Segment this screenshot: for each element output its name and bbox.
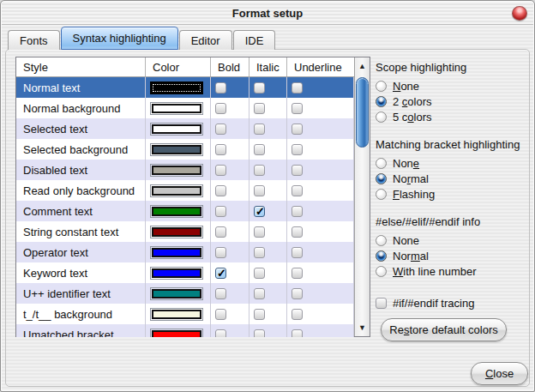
bold-checkbox[interactable] (215, 268, 226, 279)
column-header-italic[interactable]: Italic (249, 57, 287, 76)
radio-option[interactable]: With line number (376, 263, 534, 279)
scrollbar-thumb[interactable] (356, 77, 369, 148)
underline-checkbox[interactable] (292, 268, 303, 279)
table-row[interactable]: Operator text (16, 242, 354, 262)
bold-checkbox[interactable] (215, 82, 226, 93)
bold-checkbox[interactable] (215, 124, 226, 135)
window-close-icon[interactable] (512, 6, 527, 21)
underline-checkbox[interactable] (292, 124, 303, 135)
bold-checkbox[interactable] (215, 329, 226, 338)
bold-checkbox[interactable] (215, 185, 226, 196)
color-swatch[interactable] (150, 164, 203, 177)
radio-option[interactable]: 2 colors (376, 93, 534, 109)
underline-checkbox[interactable] (292, 165, 303, 176)
radio-icon[interactable] (376, 266, 387, 277)
table-row[interactable]: String constant text (16, 221, 354, 242)
bold-checkbox[interactable] (215, 103, 226, 114)
table-row[interactable]: Selected background (16, 139, 354, 160)
bold-checkbox[interactable] (215, 288, 226, 299)
underline-checkbox[interactable] (292, 247, 303, 258)
tab-syntax-highlighting[interactable]: Syntax highlighting (61, 27, 178, 50)
color-swatch[interactable] (150, 267, 203, 280)
underline-checkbox[interactable] (292, 82, 303, 93)
radio-option[interactable]: 5 colors (376, 109, 534, 124)
radio-icon[interactable] (376, 158, 387, 169)
italic-checkbox[interactable] (254, 185, 265, 196)
table-row[interactable]: Selected text (16, 118, 354, 139)
table-row[interactable]: Disabled text (16, 160, 354, 180)
underline-checkbox[interactable] (292, 288, 303, 299)
titlebar[interactable]: Format setup (2, 2, 533, 25)
italic-checkbox[interactable] (254, 144, 265, 155)
underline-checkbox[interactable] (292, 329, 303, 338)
bold-checkbox[interactable] (215, 226, 226, 238)
restore-default-colors-button[interactable]: Restore default colors (381, 318, 507, 341)
column-header-bold[interactable]: Bold (211, 57, 249, 76)
radio-icon[interactable] (376, 173, 387, 184)
table-row[interactable]: Read only background (16, 180, 354, 201)
underline-checkbox[interactable] (292, 206, 303, 217)
if-endif-tracing-option[interactable]: #if/#endif tracing (376, 295, 534, 311)
color-swatch[interactable] (150, 308, 203, 321)
bold-checkbox[interactable] (215, 165, 226, 176)
bold-checkbox[interactable] (215, 144, 226, 155)
tab-fonts[interactable]: Fonts (8, 30, 60, 50)
italic-checkbox[interactable] (254, 124, 265, 135)
scroll-up-icon[interactable]: ▲ (355, 57, 370, 75)
scroll-down-icon[interactable]: ▼ (355, 319, 370, 336)
column-header-style[interactable]: Style (16, 57, 146, 76)
radio-icon[interactable] (376, 250, 387, 262)
italic-checkbox[interactable] (254, 82, 265, 93)
table-row[interactable]: t_/t__ background (16, 304, 354, 324)
italic-checkbox[interactable] (254, 247, 265, 258)
bold-checkbox[interactable] (215, 247, 226, 258)
table-scrollbar[interactable]: ▲ ▼ (354, 57, 370, 336)
bold-checkbox[interactable] (215, 309, 226, 320)
radio-option[interactable]: None (376, 155, 534, 171)
table-row[interactable]: Umatched bracket (16, 324, 354, 337)
underline-checkbox[interactable] (292, 185, 303, 196)
bold-checkbox[interactable] (215, 206, 226, 217)
radio-option[interactable]: Normal (376, 171, 534, 186)
radio-option[interactable]: Normal (376, 248, 534, 263)
color-swatch[interactable] (150, 226, 203, 238)
tab-ide[interactable]: IDE (233, 30, 276, 50)
italic-checkbox[interactable] (254, 103, 265, 114)
italic-checkbox[interactable] (254, 329, 265, 338)
underline-checkbox[interactable] (292, 144, 303, 155)
tab-editor[interactable]: Editor (179, 30, 232, 50)
column-header-underline[interactable]: Underline (287, 57, 354, 76)
radio-option[interactable]: None (376, 78, 534, 93)
color-swatch[interactable] (150, 123, 203, 136)
column-header-color[interactable]: Color (146, 57, 211, 76)
underline-checkbox[interactable] (292, 103, 303, 114)
radio-option[interactable]: Flashing (376, 186, 534, 202)
radio-icon[interactable] (376, 81, 387, 92)
radio-icon[interactable] (376, 189, 387, 200)
color-swatch[interactable] (150, 184, 203, 197)
color-swatch[interactable] (150, 143, 203, 156)
color-swatch[interactable] (150, 81, 203, 94)
table-row[interactable]: Normal text (16, 77, 354, 98)
italic-checkbox[interactable] (254, 206, 265, 217)
color-swatch[interactable] (150, 205, 203, 218)
table-row[interactable]: Comment text (16, 201, 354, 221)
underline-checkbox[interactable] (292, 309, 303, 320)
color-swatch[interactable] (150, 246, 203, 259)
tracing-checkbox[interactable] (376, 298, 387, 309)
color-swatch[interactable] (150, 102, 203, 115)
close-button[interactable]: Close (471, 362, 528, 385)
italic-checkbox[interactable] (254, 309, 265, 320)
table-row[interactable]: Keyword text (16, 262, 354, 283)
radio-option[interactable]: None (376, 232, 534, 248)
table-row[interactable]: Normal background (16, 98, 354, 118)
table-row[interactable]: U++ identifier text (16, 283, 354, 304)
italic-checkbox[interactable] (254, 268, 265, 279)
color-swatch[interactable] (150, 287, 203, 300)
italic-checkbox[interactable] (254, 165, 265, 176)
radio-icon[interactable] (376, 235, 387, 246)
italic-checkbox[interactable] (254, 288, 265, 299)
color-swatch[interactable] (150, 329, 203, 338)
radio-icon[interactable] (376, 96, 387, 107)
radio-icon[interactable] (376, 112, 387, 123)
